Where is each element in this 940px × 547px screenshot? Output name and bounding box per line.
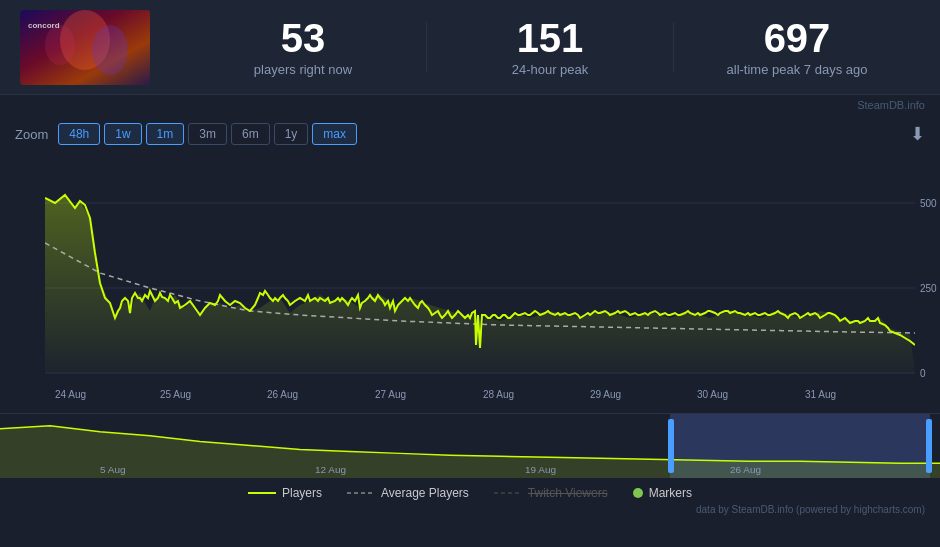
mini-chart-left-handle[interactable] <box>668 419 674 473</box>
zoom-1m[interactable]: 1m <box>146 123 185 145</box>
x-label-aug31: 31 Aug <box>805 389 836 400</box>
x-label-aug30: 30 Aug <box>697 389 728 400</box>
legend-markers: Markers <box>633 486 692 500</box>
zoom-3m[interactable]: 3m <box>188 123 227 145</box>
game-thumbnail: concord concord <box>20 10 150 85</box>
players-legend-label: Players <box>282 486 322 500</box>
mini-chart-area: 5 Aug 12 Aug 19 Aug 26 Aug <box>0 413 940 478</box>
zoom-1w[interactable]: 1w <box>104 123 141 145</box>
legend-avg-players: Average Players <box>347 486 469 500</box>
stat-24h-peak: 151 24-hour peak <box>427 18 673 77</box>
current-players-label: players right now <box>180 62 426 77</box>
x-label-aug28: 28 Aug <box>483 389 514 400</box>
markers-dot-icon <box>633 488 643 498</box>
header: concord concord 53 players right now 1 <box>0 0 940 95</box>
x-label-aug29: 29 Aug <box>590 389 621 400</box>
all-time-number: 697 <box>674 18 920 58</box>
legend-twitch: Twitch Viewers <box>494 486 608 500</box>
y-label-0: 0 <box>920 368 926 379</box>
attribution: data by SteamDB.info (powered by highcha… <box>0 504 940 519</box>
stat-current-players: 53 players right now <box>180 18 426 77</box>
peak-24h-label: 24-hour peak <box>427 62 673 77</box>
zoom-1y[interactable]: 1y <box>274 123 309 145</box>
stat-all-time-peak: 697 all-time peak 7 days ago <box>674 18 920 77</box>
x-label-aug26: 26 Aug <box>267 389 298 400</box>
avg-legend-label: Average Players <box>381 486 469 500</box>
mini-x-aug12: 12 Aug <box>315 464 346 475</box>
legend-players: Players <box>248 486 322 500</box>
mini-x-aug19: 19 Aug <box>525 464 556 475</box>
peak-24h-number: 151 <box>427 18 673 58</box>
main-chart-area: 500 250 0 24 Aug 25 Aug 26 Aug 27 Aug 28… <box>0 153 940 413</box>
players-line-icon <box>248 492 276 494</box>
mini-x-aug5: 5 Aug <box>100 464 126 475</box>
chart-controls: Zoom 48h 1w 1m 3m 6m 1y max ⬇ <box>0 115 940 153</box>
zoom-48h[interactable]: 48h <box>58 123 100 145</box>
svg-point-3 <box>45 25 75 65</box>
markers-legend-label: Markers <box>649 486 692 500</box>
y-label-500: 500 <box>920 198 937 209</box>
zoom-6m[interactable]: 6m <box>231 123 270 145</box>
x-label-aug25: 25 Aug <box>160 389 191 400</box>
zoom-max[interactable]: max <box>312 123 357 145</box>
x-label-aug24: 24 Aug <box>55 389 86 400</box>
avg-line-icon <box>347 489 375 497</box>
svg-text:concord: concord <box>28 21 60 30</box>
zoom-label: Zoom <box>15 127 48 142</box>
steamdb-watermark: SteamDB.info <box>0 95 940 115</box>
mini-chart-right-handle[interactable] <box>926 419 932 473</box>
main-chart-svg: 500 250 0 24 Aug 25 Aug 26 Aug 27 Aug 28… <box>0 153 940 413</box>
svg-point-2 <box>92 25 128 75</box>
x-label-aug27: 27 Aug <box>375 389 406 400</box>
mini-x-aug26: 26 Aug <box>730 464 761 475</box>
chart-legend: Players Average Players Twitch Viewers M… <box>0 478 940 504</box>
download-button[interactable]: ⬇ <box>910 123 925 145</box>
y-label-250: 250 <box>920 283 937 294</box>
twitch-legend-label: Twitch Viewers <box>528 486 608 500</box>
current-players-number: 53 <box>180 18 426 58</box>
mini-chart-svg: 5 Aug 12 Aug 19 Aug 26 Aug <box>0 414 940 478</box>
all-time-label: all-time peak 7 days ago <box>674 62 920 77</box>
twitch-line-icon <box>494 489 522 497</box>
